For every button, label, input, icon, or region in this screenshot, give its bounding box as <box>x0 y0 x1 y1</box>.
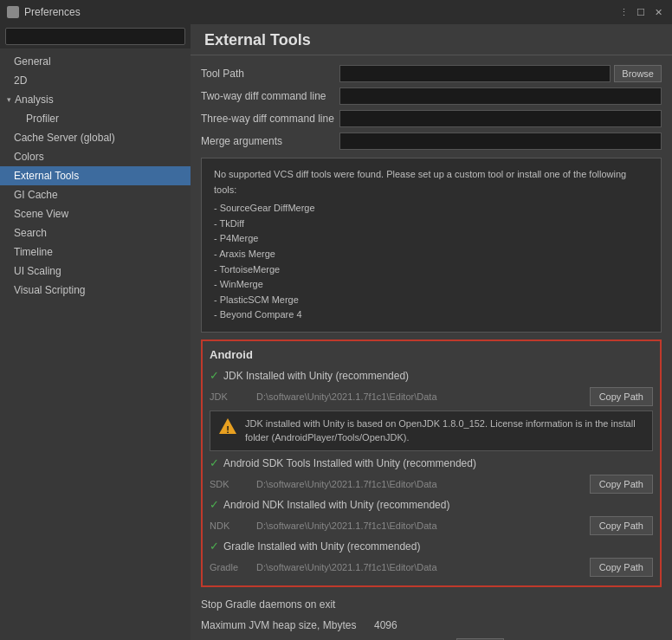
sidebar-item-cache-server[interactable]: Cache Server (global) <box>0 128 191 147</box>
merge-args-input[interactable] <box>339 133 662 150</box>
gradle-label: Gradle <box>210 562 253 572</box>
window-controls: ⋮ ☐ ✕ <box>617 5 665 19</box>
gradle-checkbox-label[interactable]: ✓ Gradle Installed with Unity (recommend… <box>210 540 420 553</box>
tool-path-browse-btn[interactable]: Browse <box>614 65 662 82</box>
sidebar-item-analysis[interactable]: ▾ Analysis <box>0 90 191 109</box>
vcs-info-text: No supported VCS diff tools were found. … <box>214 169 626 195</box>
content-panel: External Tools Tool Path Browse Two-way … <box>191 24 672 640</box>
jdk-checkbox-label[interactable]: ✓ JDK Installed with Unity (recommended) <box>210 369 409 382</box>
content-header: External Tools <box>191 24 672 55</box>
tool-path-label: Tool Path <box>201 68 339 80</box>
ndk-checkbox-label[interactable]: ✓ Android NDK Installed with Unity (reco… <box>210 498 449 511</box>
jvm-heap-row: Maximum JVM heap size, Mbytes 4096 <box>191 615 672 636</box>
list-item: P4Merge <box>214 231 649 247</box>
menu-btn[interactable]: ⋮ <box>617 5 630 19</box>
sdk-path-row: SDK D:\software\Unity\2021.1.7f1c1\Edito… <box>210 473 653 495</box>
merge-args-label: Merge arguments <box>201 135 339 147</box>
list-item: PlasticSCM Merge <box>214 293 649 308</box>
ndk-path-row: NDK D:\software\Unity\2021.1.7f1c1\Edito… <box>210 514 653 537</box>
list-item: TkDiff <box>214 217 649 232</box>
jdk-warning-box: ! JDK installed with Unity is based on O… <box>210 411 653 451</box>
gradle-copy-path-btn[interactable]: Copy Path <box>590 558 653 577</box>
jdk-label: JDK <box>210 391 253 402</box>
sidebar-item-scene-view[interactable]: Scene View <box>0 204 191 223</box>
tool-path-row: Tool Path Browse <box>191 62 672 85</box>
jdk-path-row: JDK D:\software\Unity\2021.1.7f1c1\Edito… <box>210 385 653 408</box>
gradle-check-row: ✓ Gradle Installed with Unity (recommend… <box>210 537 653 556</box>
android-section: Android ✓ JDK Installed with Unity (reco… <box>201 339 662 587</box>
gradle-check-text: Gradle Installed with Unity (recommended… <box>223 540 420 553</box>
list-item: WinMerge <box>214 277 649 293</box>
content-body: Tool Path Browse Two-way diff command li… <box>191 55 672 640</box>
jdk-path-value: D:\software\Unity\2021.1.7f1c1\Editor\Da… <box>256 391 586 402</box>
sdk-label: SDK <box>210 479 253 489</box>
ndk-check-text: Android NDK Installed with Unity (recomm… <box>223 499 449 511</box>
list-item: SourceGear DiffMerge <box>214 201 649 217</box>
jdk-warning-text: JDK installed with Unity is based on Ope… <box>245 417 645 445</box>
maximize-btn[interactable]: ☐ <box>634 5 648 19</box>
list-item: Araxis Merge <box>214 247 649 262</box>
sidebar-item-2d[interactable]: 2D <box>0 71 191 90</box>
two-way-diff-label: Two-way diff command line <box>201 90 339 102</box>
sidebar-item-visual-scripting[interactable]: Visual Scripting <box>0 281 191 300</box>
search-bar: 🔍 <box>0 24 191 48</box>
jvm-heap-value: 4096 <box>374 619 397 631</box>
keystores-row: Keystores Dedicated Location C:/Users/li… <box>191 636 672 640</box>
sidebar-item-search[interactable]: Search <box>0 223 191 242</box>
three-way-diff-input[interactable] <box>339 110 662 127</box>
three-way-diff-row: Three-way diff command line <box>191 107 672 130</box>
chevron-down-icon: ▾ <box>7 95 11 104</box>
sidebar-item-ui-scaling[interactable]: UI Scaling <box>0 262 191 281</box>
close-btn[interactable]: ✕ <box>651 5 665 19</box>
jdk-copy-path-btn[interactable]: Copy Path <box>590 387 653 406</box>
sdk-check-row: ✓ Android SDK Tools Installed with Unity… <box>210 454 653 473</box>
vcs-info-box: No supported VCS diff tools were found. … <box>201 158 662 333</box>
two-way-diff-row: Two-way diff command line <box>191 85 672 107</box>
sidebar-item-profiler[interactable]: Profiler <box>0 109 191 128</box>
jdk-check-text: JDK Installed with Unity (recommended) <box>223 370 409 382</box>
window-title: Preferences <box>24 6 81 18</box>
sdk-path-value: D:\software\Unity\2021.1.7f1c1\Editor\Da… <box>256 479 586 489</box>
list-item: TortoiseMerge <box>214 262 649 278</box>
merge-args-row: Merge arguments <box>191 130 672 152</box>
sdk-check-icon: ✓ <box>210 456 219 469</box>
two-way-diff-input[interactable] <box>339 87 662 105</box>
page-title: External Tools <box>204 31 658 49</box>
sidebar-nav: General 2D ▾ Analysis Profiler Cache Ser… <box>0 48 191 640</box>
title-bar: Preferences ⋮ ☐ ✕ <box>0 0 672 24</box>
search-wrapper: 🔍 <box>5 28 185 45</box>
sidebar-item-general[interactable]: General <box>0 52 191 71</box>
sidebar-item-external-tools[interactable]: External Tools <box>0 166 191 185</box>
jdk-check-row: ✓ JDK Installed with Unity (recommended) <box>210 366 653 385</box>
sidebar-item-colors[interactable]: Colors <box>0 147 191 166</box>
ndk-copy-path-btn[interactable]: Copy Path <box>590 516 653 535</box>
main-layout: 🔍 General 2D ▾ Analysis Profiler Cache S… <box>0 24 672 640</box>
app-icon <box>7 6 19 18</box>
ndk-label: NDK <box>210 520 253 531</box>
search-input[interactable] <box>5 28 185 45</box>
three-way-diff-label: Three-way diff command line <box>201 113 339 125</box>
jvm-heap-label: Maximum JVM heap size, Mbytes <box>201 619 374 631</box>
sidebar-item-gi-cache[interactable]: GI Cache <box>0 185 191 204</box>
sdk-checkbox-label[interactable]: ✓ Android SDK Tools Installed with Unity… <box>210 456 476 469</box>
list-item: Beyond Compare 4 <box>214 307 649 323</box>
sidebar: 🔍 General 2D ▾ Analysis Profiler Cache S… <box>0 24 191 640</box>
stop-gradle-label: Stop Gradle daemons on exit <box>201 598 374 611</box>
vcs-tools-list: SourceGear DiffMerge TkDiff P4Merge Arax… <box>214 201 649 323</box>
sdk-copy-path-btn[interactable]: Copy Path <box>590 475 653 494</box>
gradle-check-icon: ✓ <box>210 540 219 553</box>
jdk-check-icon: ✓ <box>210 369 219 382</box>
tool-path-input[interactable] <box>339 65 611 82</box>
ndk-check-row: ✓ Android NDK Installed with Unity (reco… <box>210 495 653 514</box>
warning-icon: ! <box>217 417 238 438</box>
ndk-check-icon: ✓ <box>210 498 219 511</box>
sidebar-item-timeline[interactable]: Timeline <box>0 242 191 262</box>
stop-gradle-row: Stop Gradle daemons on exit <box>191 594 672 615</box>
sdk-check-text: Android SDK Tools Installed with Unity (… <box>223 457 476 469</box>
sidebar-item-analysis-label: Analysis <box>15 94 54 106</box>
ndk-path-value: D:\software\Unity\2021.1.7f1c1\Editor\Da… <box>256 520 586 531</box>
gradle-path-value: D:\software\Unity\2021.1.7f1c1\Editor\Da… <box>256 562 586 572</box>
android-section-title: Android <box>210 348 653 361</box>
gradle-path-row: Gradle D:\software\Unity\2021.1.7f1c1\Ed… <box>210 556 653 579</box>
